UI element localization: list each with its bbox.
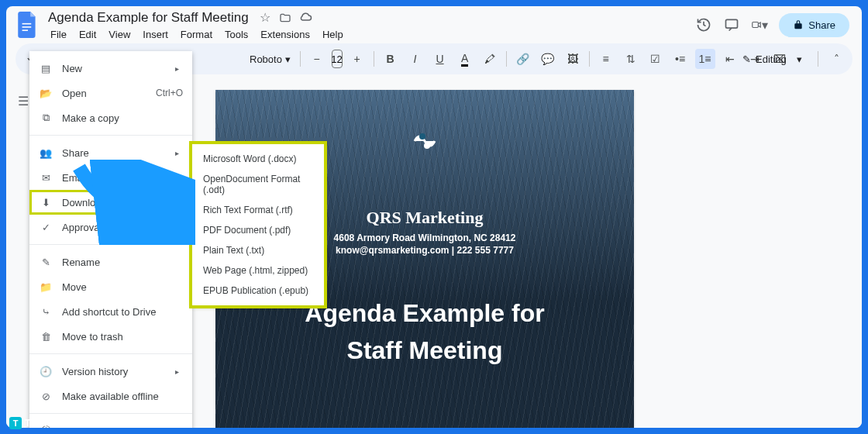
numbered-list-icon[interactable]: 1≡ — [695, 49, 715, 69]
menu-item-offline[interactable]: ⊘Make available offline — [29, 384, 192, 408]
download-submenu: Microsoft Word (.docx) OpenDocument Form… — [192, 144, 324, 305]
move-icon: 📁 — [39, 280, 53, 294]
menu-help[interactable]: Help — [317, 27, 349, 42]
download-docx[interactable]: Microsoft Word (.docx) — [192, 149, 324, 169]
offline-icon: ⊘ — [39, 389, 53, 403]
menu-view[interactable]: View — [103, 27, 136, 42]
text-color-icon[interactable]: A — [455, 49, 475, 69]
svg-rect-0 — [22, 23, 32, 25]
svg-rect-3 — [726, 19, 738, 28]
svg-point-6 — [424, 143, 430, 149]
download-icon: ⬇ — [39, 195, 53, 209]
company-logo-icon — [407, 129, 443, 153]
chevron-right-icon: ▸ — [175, 149, 183, 157]
italic-icon[interactable]: I — [405, 49, 425, 69]
align-icon[interactable]: ≡ — [596, 49, 616, 69]
company-contact: know@qrsmarketing.com | 222 555 7777 — [336, 245, 514, 256]
menu-item-addshortcut[interactable]: ⤷Add shortcut to Drive — [29, 299, 192, 324]
menu-extensions[interactable]: Extensions — [255, 27, 315, 42]
comments-icon[interactable] — [723, 16, 740, 33]
chevron-right-icon: ▸ — [175, 198, 183, 207]
menu-item-new[interactable]: ▤New▸ — [29, 56, 192, 81]
svg-rect-4 — [753, 22, 759, 28]
menu-tools[interactable]: Tools — [219, 27, 253, 42]
download-odt[interactable]: OpenDocument Format (.odt) — [192, 169, 324, 200]
menu-item-open[interactable]: 📂OpenCtrl+O — [29, 81, 192, 105]
watermark-text: TEMPLATE.NET — [25, 418, 95, 429]
doc-title-row: Agenda Example for Staff Meeting ☆ — [45, 9, 691, 27]
cloud-status-icon[interactable] — [298, 11, 312, 25]
new-badge: New — [158, 222, 183, 232]
menu-item-makecopy[interactable]: ⧉Make a copy — [29, 105, 192, 130]
menu-insert[interactable]: Insert — [137, 27, 174, 42]
chevron-right-icon: ▸ — [175, 174, 183, 182]
watermark: T TEMPLATE.NET — [9, 417, 95, 429]
menu-item-trash[interactable]: 🗑Move to trash — [29, 324, 192, 349]
share-button[interactable]: Share — [779, 13, 849, 37]
email-icon: ✉ — [39, 170, 53, 184]
menu-format[interactable]: Format — [175, 27, 218, 42]
download-html[interactable]: Web Page (.html, zipped) — [192, 260, 324, 281]
history-icon[interactable] — [695, 16, 712, 33]
document-title[interactable]: Agenda Example for Staff Meeting — [45, 9, 252, 27]
hero-title-line1: Agenda Example for — [305, 294, 544, 332]
download-epub[interactable]: EPUB Publication (.epub) — [192, 281, 324, 301]
file-menu-dropdown: ▤New▸ 📂OpenCtrl+O ⧉Make a copy 👥Share▸ ✉… — [29, 51, 192, 428]
decrease-font-icon[interactable]: − — [307, 49, 327, 69]
menu-item-approvals[interactable]: ✓ApprovalsNew — [29, 215, 192, 239]
underline-icon[interactable]: U — [430, 49, 450, 69]
approvals-icon: ✓ — [39, 220, 53, 234]
menu-item-version[interactable]: 🕘Version history▸ — [29, 359, 192, 384]
mode-selector[interactable]: ✎ Editing ▾ ˄ — [735, 49, 846, 69]
menu-item-rename[interactable]: ✎Rename — [29, 250, 192, 274]
menu-edit[interactable]: Edit — [74, 27, 102, 42]
separator — [300, 51, 301, 67]
star-icon[interactable]: ☆ — [258, 11, 272, 25]
checklist-icon[interactable]: ☑ — [646, 49, 666, 69]
rename-icon: ✎ — [39, 255, 53, 269]
right-actions: ▾ Share — [695, 13, 849, 37]
document-icon: ▤ — [39, 61, 53, 75]
separator — [506, 51, 507, 67]
download-pdf[interactable]: PDF Document (.pdf) — [192, 220, 324, 240]
lock-icon — [793, 19, 804, 30]
divider — [29, 353, 192, 354]
download-txt[interactable]: Plain Text (.txt) — [192, 240, 324, 260]
company-name: QRS Marketing — [367, 208, 484, 228]
menu-item-download[interactable]: ⬇Download▸ — [29, 190, 192, 215]
folder-open-icon: 📂 — [39, 86, 53, 100]
font-selector[interactable]: Roboto ▾ — [246, 53, 294, 65]
line-spacing-icon[interactable]: ⇅ — [621, 49, 641, 69]
meet-icon[interactable]: ▾ — [751, 16, 768, 33]
link-icon[interactable]: 🔗 — [513, 49, 533, 69]
titlebar: Agenda Example for Staff Meeting ☆ File … — [6, 6, 862, 43]
image-icon[interactable]: 🖼 — [563, 49, 583, 69]
move-folder-icon[interactable] — [278, 11, 292, 25]
divider — [29, 244, 192, 245]
menubar: File Edit View Insert Format Tools Exten… — [45, 27, 691, 42]
docs-logo-icon[interactable] — [16, 12, 40, 37]
bullet-list-icon[interactable]: •≡ — [670, 49, 691, 69]
svg-rect-2 — [22, 29, 28, 31]
increase-font-icon[interactable]: + — [347, 49, 367, 69]
download-rtf[interactable]: Rich Text Format (.rtf) — [192, 200, 324, 220]
chevron-up-icon[interactable]: ˄ — [826, 49, 846, 69]
menu-file[interactable]: File — [45, 27, 72, 42]
share-label: Share — [808, 19, 835, 31]
menu-item-move[interactable]: 📁Move — [29, 274, 192, 299]
comment-icon[interactable]: 💬 — [538, 49, 558, 69]
menu-item-share[interactable]: 👥Share▸ — [29, 140, 192, 165]
divider — [29, 135, 192, 136]
title-area: Agenda Example for Staff Meeting ☆ File … — [45, 9, 691, 42]
hero-title-line2: Staff Meeting — [347, 332, 503, 369]
highlight-icon[interactable]: 🖍 — [480, 49, 500, 69]
divider — [29, 413, 192, 414]
company-address: 4608 Armory Road Wilmington, NC 28412 — [334, 232, 516, 243]
separator — [589, 51, 590, 67]
font-size-input[interactable]: 12 — [332, 50, 343, 68]
history-icon: 🕘 — [39, 364, 53, 378]
menu-item-email[interactable]: ✉Email▸ — [29, 165, 192, 190]
svg-rect-1 — [22, 26, 32, 28]
copy-icon: ⧉ — [39, 111, 53, 125]
bold-icon[interactable]: B — [381, 49, 401, 69]
